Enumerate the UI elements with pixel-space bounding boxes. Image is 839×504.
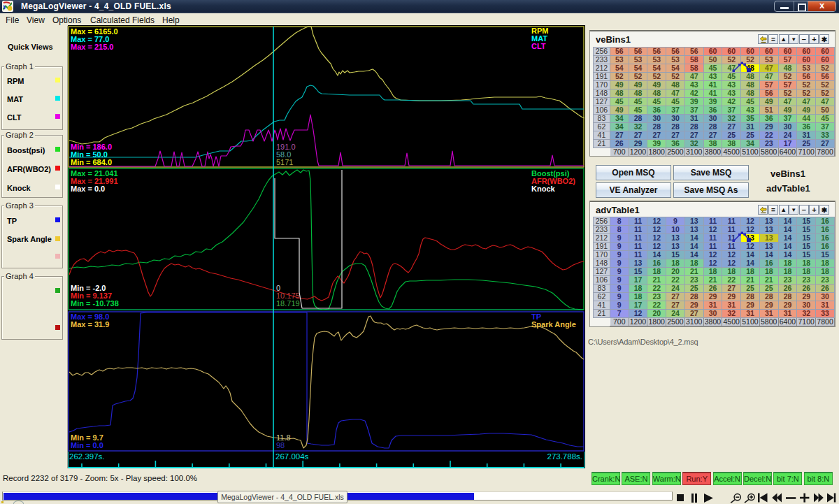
svg-text:267.004s: 267.004s	[275, 452, 309, 461]
svg-text:273.788s.: 273.788s.	[547, 452, 582, 461]
svg-text:98: 98	[276, 441, 285, 449]
svg-text:18.719: 18.719	[276, 299, 300, 308]
svg-text:Spark Angle: Spark Angle	[531, 320, 576, 329]
svg-text:262.397s.: 262.397s.	[69, 452, 105, 461]
svg-text:Min = 0.0: Min = 0.0	[71, 441, 103, 449]
svg-text:5171: 5171	[276, 158, 293, 166]
svg-text:Max = 31.9: Max = 31.9	[71, 320, 109, 329]
svg-text:CLT: CLT	[531, 42, 546, 50]
svg-text:Max = 215.0: Max = 215.0	[71, 43, 113, 51]
svg-text:Min = 684.0: Min = 684.0	[71, 158, 112, 166]
svg-text:Max = 0.0: Max = 0.0	[71, 185, 105, 193]
svg-text:Min = -10.738: Min = -10.738	[71, 299, 119, 308]
svg-text:Knock: Knock	[531, 185, 556, 193]
